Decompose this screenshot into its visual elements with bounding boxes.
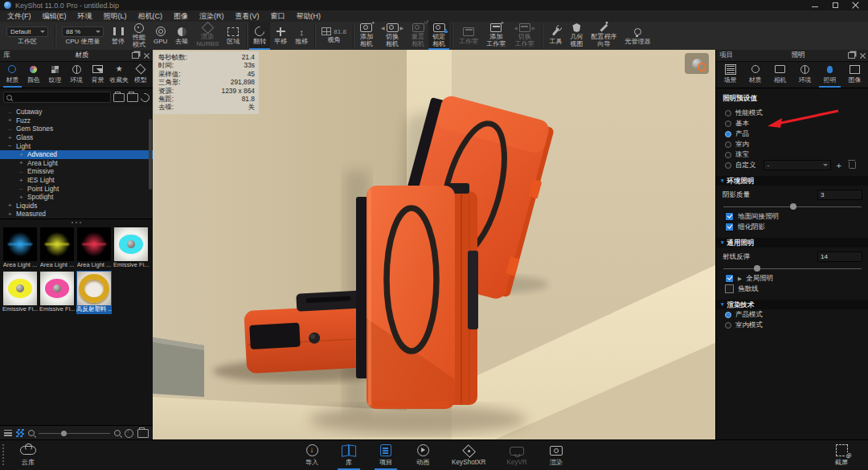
ribbon-button[interactable]: 动画 — [404, 440, 441, 470]
upload-cloud-icon[interactable] — [125, 429, 133, 438]
panel-splitter[interactable] — [0, 219, 153, 225]
grid-view-icon[interactable] — [16, 429, 24, 437]
previous-camera-icon[interactable]: ◀ — [381, 25, 385, 31]
float-panel-icon[interactable] — [848, 52, 855, 59]
library-tab[interactable]: 收藏夹 — [108, 63, 130, 88]
material-thumbnail[interactable]: 高反射塑料 ... — [76, 271, 112, 314]
float-panel-icon[interactable] — [132, 52, 139, 59]
close-panel-icon[interactable] — [860, 53, 866, 59]
next-camera-icon[interactable]: ▶ — [400, 25, 404, 31]
maximize-button[interactable] — [832, 2, 839, 9]
add-camera-button[interactable]: 添加 相机 — [356, 22, 377, 50]
project-tab[interactable]: 相机 — [768, 63, 792, 88]
render-technique-section[interactable]: ▾ 渲染技术 — [716, 300, 868, 309]
environment-lighting-section[interactable]: ▾ 环境照明 — [716, 176, 868, 186]
preset-interior[interactable]: 室内 — [716, 139, 868, 149]
cpu-usage-selector[interactable]: 88 % CPU 使用量 — [58, 22, 108, 50]
orange-case-standing[interactable] — [356, 183, 478, 409]
ribbon-button[interactable]: 渲染 — [538, 440, 575, 470]
tree-expander-icon[interactable] — [19, 151, 27, 158]
ribbon-button[interactable]: 项目 — [367, 440, 404, 470]
shadow-quality-input[interactable]: 3 — [817, 190, 862, 200]
library-tab[interactable]: 背景 — [87, 63, 108, 88]
preset-custom[interactable]: 自定义 - + — [716, 160, 868, 170]
tumble-button[interactable]: 翻转 — [249, 22, 270, 50]
zoom-out-icon[interactable] — [28, 430, 35, 436]
ribbon-button[interactable]: 导入 — [293, 440, 330, 470]
tree-item[interactable]: Cutaway — [0, 108, 153, 116]
library-tab[interactable]: 材质 — [2, 63, 23, 88]
render-nurbs-button[interactable]: 渲染 NURBS — [192, 22, 223, 50]
gpu-button[interactable]: GPU — [149, 22, 171, 50]
material-thumbnail[interactable]: Emissive Fi... — [2, 271, 38, 314]
switch-studio-button[interactable]: ◀▶ 切换 工作室 — [510, 22, 539, 50]
tree-item[interactable]: Light — [0, 141, 153, 150]
ribbon-grip-handle[interactable] — [2, 443, 6, 467]
ribbon-button[interactable]: 库 — [330, 440, 367, 470]
fov-field[interactable]: 81.8 视角 — [317, 22, 350, 50]
menu-item[interactable]: 相机(C) — [133, 10, 169, 22]
ground-indirect-illumination-checkbox[interactable]: 地面间接照明 — [716, 211, 868, 222]
tree-expander-icon[interactable] — [19, 159, 27, 166]
studio-button[interactable]: 工作室 — [455, 22, 482, 50]
expand-triangle-icon[interactable]: ▶ — [738, 276, 742, 282]
tree-item[interactable]: Gem Stones — [0, 125, 153, 133]
menu-item[interactable]: 编辑(E) — [37, 10, 72, 22]
material-thumbnail[interactable]: Area Light ... — [2, 227, 38, 270]
material-thumbnail[interactable]: Emissive Fi... — [39, 271, 75, 314]
material-thumbnail[interactable]: Emissive Fi... — [113, 227, 149, 270]
preset-product[interactable]: 产品 — [716, 129, 868, 139]
shadow-quality-slider[interactable] — [723, 202, 862, 211]
project-tab[interactable]: 照明 — [817, 63, 842, 88]
tools-button[interactable]: 工具 — [545, 22, 566, 50]
tree-item[interactable]: IES Light — [0, 176, 153, 185]
tree-item[interactable]: Measured — [0, 210, 153, 219]
lock-camera-button[interactable]: 锁定 相机 — [428, 22, 449, 50]
ribbon-button[interactable]: KeyVR — [496, 440, 537, 470]
library-tab[interactable]: 环境 — [66, 63, 88, 88]
import-folder-icon[interactable] — [113, 93, 125, 102]
workspace-selector[interactable]: Default 工作区 — [2, 22, 52, 50]
cpu-usage-dropdown[interactable]: 88 % — [62, 27, 104, 37]
tree-item[interactable]: Point Light — [0, 184, 153, 193]
render-interior-mode[interactable]: 室内模式 — [716, 320, 868, 330]
general-lighting-section[interactable]: ▾ 通用照明 — [716, 238, 868, 247]
preset-basic[interactable]: 基本 — [716, 118, 868, 129]
global-illumination-checkbox[interactable]: ▶ 全局照明 — [716, 273, 868, 284]
refresh-library-icon[interactable] — [139, 91, 151, 103]
configurator-wizard-button[interactable]: 配置程序 向导 — [587, 22, 620, 50]
folder-icon[interactable] — [137, 429, 149, 438]
tree-item[interactable]: Fuzz — [0, 116, 153, 125]
tree-item[interactable]: Spotlight — [0, 193, 153, 202]
ribbon-button[interactable]: KeyShotXR — [441, 440, 496, 470]
tree-expander-icon[interactable] — [19, 168, 27, 175]
tree-item[interactable]: Liquids — [0, 202, 153, 210]
tree-expander-icon[interactable] — [8, 125, 16, 133]
menu-item[interactable]: 窗口 — [265, 10, 291, 22]
project-tab[interactable]: 环境 — [792, 63, 817, 88]
tree-expander-icon[interactable] — [19, 185, 27, 192]
menu-item[interactable]: 文件(F) — [2, 10, 37, 22]
tree-expander-icon[interactable] — [19, 194, 27, 201]
region-button[interactable]: 区域 — [223, 22, 244, 50]
environment-gizmo-button[interactable] — [685, 53, 709, 74]
next-studio-icon[interactable]: ▶ — [532, 25, 536, 31]
thumbnail-size-slider[interactable] — [39, 430, 110, 436]
add-studio-button[interactable]: 添加 工作室 — [482, 22, 510, 50]
search-input[interactable] — [14, 94, 108, 101]
render-viewport[interactable]: 每秒帧数: 21.4 时间: 33s 采样值: 45 三角形: 291,898 … — [153, 50, 715, 440]
menu-item[interactable]: 渲染(R) — [194, 10, 230, 22]
project-tab[interactable]: 场景 — [718, 63, 743, 88]
tree-expander-icon[interactable] — [8, 142, 16, 149]
close-button[interactable] — [852, 2, 859, 9]
render-product-mode[interactable]: 产品模式 — [716, 309, 868, 320]
menu-item[interactable]: 查看(V) — [230, 10, 265, 22]
add-folder-icon[interactable] — [127, 93, 138, 102]
dolly-button[interactable]: 推移 — [291, 22, 312, 50]
reset-camera-button[interactable]: 重置 相机 — [407, 22, 428, 50]
library-tab[interactable]: 颜色 — [23, 63, 45, 88]
library-tab[interactable]: 纹理 — [44, 63, 66, 88]
menu-item[interactable]: 图像 — [168, 10, 194, 22]
zoom-in-icon[interactable] — [114, 430, 121, 436]
light-manager-button[interactable]: 光管理器 — [620, 22, 654, 50]
